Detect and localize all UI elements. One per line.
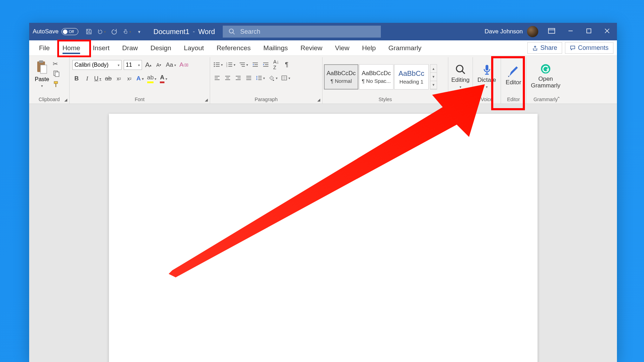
tab-insert[interactable]: Insert	[86, 40, 116, 55]
sort-icon[interactable]: A↓Z	[272, 60, 280, 69]
customize-qat-icon[interactable]: ▾	[135, 27, 144, 36]
ribbon-display-options-icon[interactable]	[548, 28, 555, 35]
tab-mailings[interactable]: Mailings	[257, 40, 294, 55]
align-left-icon[interactable]	[213, 73, 221, 83]
user-name: Dave Johnson	[484, 28, 523, 35]
styles-dialog-launcher[interactable]: ◢	[443, 98, 446, 102]
copy-icon[interactable]	[53, 70, 60, 79]
search-input[interactable]	[240, 28, 375, 35]
editor-group: Editor Editor	[501, 57, 526, 104]
search-box[interactable]	[223, 26, 381, 38]
show-hide-icon[interactable]: ¶	[282, 60, 291, 69]
cut-icon[interactable]: ✂	[53, 60, 60, 68]
svg-rect-13	[54, 81, 58, 84]
open-grammarly-button[interactable]: Open Grammarly	[527, 59, 564, 94]
window-controls	[548, 28, 610, 35]
editing-button[interactable]: Editing ▾	[448, 59, 473, 94]
editor-button[interactable]: Editor	[502, 59, 525, 94]
tab-references[interactable]: References	[210, 40, 257, 55]
clipboard-dialog-launcher[interactable]: ◢	[64, 98, 67, 102]
svg-rect-14	[56, 84, 56, 87]
voice-group: Dictate ▾ Voice	[473, 57, 501, 104]
justify-icon[interactable]	[245, 73, 253, 83]
editing-label	[448, 97, 473, 104]
clipboard-group: Paste ▾ ✂ Clipboard◢	[29, 57, 70, 104]
svg-point-19	[214, 66, 215, 67]
shrink-font-icon[interactable]: A▾	[155, 60, 163, 70]
tab-grammarly[interactable]: Grammarly	[382, 40, 428, 55]
style-heading-1[interactable]: AaBbCcHeading 1	[394, 64, 429, 90]
font-name-select[interactable]: Calibri (Body)▾	[72, 60, 122, 70]
title-separator: -	[193, 28, 195, 35]
user-account[interactable]: Dave Johnson	[484, 26, 538, 37]
multilevel-list-icon[interactable]	[238, 60, 249, 69]
tab-draw[interactable]: Draw	[116, 40, 144, 55]
tab-review[interactable]: Review	[294, 40, 328, 55]
text-effects-icon[interactable]: A	[136, 74, 144, 83]
gallery-up-icon[interactable]: ▴	[430, 65, 437, 73]
gallery-more-icon[interactable]: ▾	[430, 81, 437, 89]
borders-icon[interactable]	[280, 73, 291, 83]
align-center-icon[interactable]	[223, 73, 232, 83]
italic-button[interactable]: I	[83, 74, 91, 83]
font-size-select[interactable]: 11▾	[124, 60, 142, 70]
font-label: Font◢	[70, 97, 210, 104]
format-painter-icon[interactable]	[53, 81, 60, 90]
clipboard-label: Clipboard◢	[29, 97, 69, 104]
font-dialog-launcher[interactable]: ◢	[205, 98, 208, 102]
bullets-icon[interactable]	[213, 60, 223, 69]
tab-file[interactable]: File	[33, 40, 56, 55]
close-icon[interactable]	[604, 28, 610, 35]
tab-layout[interactable]: Layout	[177, 40, 210, 55]
align-right-icon[interactable]	[234, 73, 242, 83]
underline-button[interactable]: U	[93, 74, 102, 83]
dictate-button[interactable]: Dictate ▾	[474, 59, 500, 94]
gallery-down-icon[interactable]: ▾	[430, 73, 437, 81]
redo-icon[interactable]	[110, 27, 118, 36]
increase-indent-icon[interactable]	[261, 60, 270, 69]
subscript-button[interactable]: x2	[115, 74, 123, 83]
svg-rect-5	[587, 29, 591, 33]
autosave-toggle[interactable]: Off	[61, 28, 78, 35]
tab-home[interactable]: Home	[56, 40, 87, 55]
ribbon: Paste ▾ ✂ Clipboard◢ Calibri (Body)▾ 11▾	[29, 56, 617, 104]
share-button[interactable]: Share	[527, 42, 562, 54]
tab-help[interactable]: Help	[356, 40, 382, 55]
bold-button[interactable]: B	[72, 74, 81, 83]
document-area[interactable]	[29, 104, 617, 362]
comment-icon	[570, 45, 575, 51]
save-icon[interactable]	[85, 27, 93, 36]
autosave-state: Off	[69, 29, 74, 34]
superscript-button[interactable]: x2	[125, 74, 134, 83]
change-case-icon[interactable]: Aa	[165, 60, 177, 70]
avatar	[527, 26, 538, 37]
numbering-icon[interactable]: 123	[226, 60, 236, 69]
comments-button[interactable]: Comments	[565, 42, 613, 54]
tab-view[interactable]: View	[329, 40, 356, 55]
undo-icon[interactable]	[97, 27, 106, 36]
search-icon	[228, 28, 235, 35]
page[interactable]	[109, 114, 538, 362]
titlebar: AutoSave Off ▾ Document1 - Word Dave Joh…	[29, 23, 617, 40]
minimize-icon[interactable]	[568, 28, 573, 35]
maximize-icon[interactable]	[586, 28, 592, 35]
clear-format-icon[interactable]: A⌫	[179, 60, 189, 70]
collapse-ribbon-icon[interactable]: ⌃	[557, 96, 561, 101]
paste-button[interactable]: Paste ▾	[32, 59, 52, 89]
touch-mode-icon[interactable]	[123, 27, 131, 36]
svg-point-0	[229, 29, 233, 33]
svg-rect-9	[39, 60, 43, 63]
tab-design[interactable]: Design	[144, 40, 177, 55]
decrease-indent-icon[interactable]	[251, 60, 259, 69]
style-no-spacing[interactable]: AaBbCcDc¶ No Spac...	[359, 64, 393, 90]
grow-font-icon[interactable]: A▴	[144, 60, 152, 70]
line-spacing-icon[interactable]	[255, 73, 266, 83]
style-normal[interactable]: AaBbCcDc¶ Normal	[324, 64, 358, 90]
font-color-icon[interactable]: A	[159, 74, 168, 83]
highlight-icon[interactable]: ab	[147, 74, 157, 83]
voice-label: Voice	[473, 97, 501, 104]
paragraph-dialog-launcher[interactable]: ◢	[317, 98, 320, 102]
strikethrough-button[interactable]: ab	[104, 74, 112, 83]
svg-line-56	[462, 71, 465, 74]
shading-icon[interactable]	[268, 73, 278, 83]
